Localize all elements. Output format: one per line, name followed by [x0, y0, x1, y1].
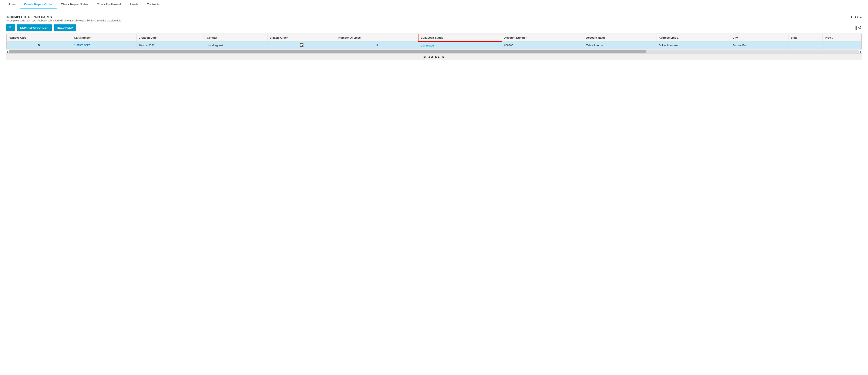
remove-cart-x-icon[interactable]: × — [9, 43, 69, 47]
refresh-icon[interactable]: ↺ — [858, 25, 862, 30]
table-row: × 1-2DK02K7Z 10-Nov-2023 portalreg test … — [7, 41, 861, 49]
col-header-number-of-lines: Number Of Lines — [336, 34, 418, 41]
cell-province — [823, 41, 861, 49]
scroll-track[interactable] — [9, 50, 859, 53]
col-header-billable-order: Billable Order — [267, 34, 336, 41]
cell-state — [788, 41, 823, 49]
next-page-button[interactable]: ▶▶ — [435, 55, 440, 59]
page-content: INCOMPLETE REPAIR CARTS Incomplete carts… — [2, 11, 866, 155]
section-title: INCOMPLETE REPAIR CARTS — [6, 15, 122, 19]
scroll-right-arrow[interactable]: ▶ — [860, 50, 862, 53]
cell-remove-cart[interactable]: × — [7, 41, 72, 49]
scroll-left-arrow[interactable]: ◀ — [6, 50, 8, 53]
cell-creation-date: 10-Nov-2023 — [136, 41, 205, 49]
cell-account-number: 6088861 — [502, 41, 584, 49]
cart-number-link[interactable]: 1-2DK02K7Z — [74, 44, 90, 47]
col-header-cart-number: Cart Number — [72, 34, 136, 41]
cell-bulk-load-status: Completed — [418, 41, 502, 49]
cell-contact: portalreg test — [205, 41, 268, 49]
cell-account-name: Zebra Internal — [584, 41, 656, 49]
toolbar: 🔍 NEW REPAIR ORDER NEED HELP ||| ↺ — [6, 24, 862, 31]
scroll-bar-container: ◀ ▶ — [6, 50, 862, 53]
last-page-button[interactable]: ▶⊣ — [442, 55, 447, 59]
first-page-button[interactable]: ⊢◀ — [421, 55, 426, 59]
tab-check-repair-status[interactable]: Check Repair Status — [57, 0, 92, 9]
tab-contracts[interactable]: Contracts — [143, 0, 164, 9]
pagination-nav: ⊢◀ ◀◀ ▶▶ ▶⊣ — [6, 53, 862, 60]
tab-create-repair-order[interactable]: Create Repair Order — [20, 0, 57, 9]
section-header: INCOMPLETE REPAIR CARTS Incomplete carts… — [6, 15, 862, 22]
search-icon: 🔍 — [9, 26, 12, 29]
repair-carts-table: Remove Cart Cart Number Creation Date Co… — [7, 34, 861, 49]
number-of-lines-link[interactable]: 4 — [376, 44, 378, 47]
scroll-thumb — [9, 50, 646, 53]
table-wrapper: Remove Cart Cart Number Creation Date Co… — [6, 34, 862, 49]
section-subtitle: Incomplete carts that have not been subm… — [6, 19, 122, 22]
tab-assets[interactable]: Assets — [125, 0, 143, 9]
section-title-block: INCOMPLETE REPAIR CARTS Incomplete carts… — [6, 15, 122, 22]
table-header-row: Remove Cart Cart Number Creation Date Co… — [7, 34, 861, 41]
col-header-province: Prov... — [823, 34, 861, 41]
search-button[interactable]: 🔍 — [6, 24, 15, 31]
col-header-contact: Contact — [205, 34, 268, 41]
columns-icon[interactable]: ||| — [854, 26, 857, 30]
col-header-bulk-load-status: Bulk Load Status — [418, 34, 502, 41]
col-header-address-line-1: Address Line 1 — [656, 34, 731, 41]
cell-cart-number: 1-2DK02K7Z — [72, 41, 136, 49]
col-header-creation-date: Creation Date — [136, 34, 205, 41]
toolbar-right: ||| ↺ — [854, 25, 862, 30]
prev-page-button[interactable]: ◀◀ — [428, 55, 433, 59]
need-help-button[interactable]: NEED HELP — [54, 25, 76, 31]
pagination-info: 1 - 1 of 1 — [851, 15, 862, 18]
cell-billable-order — [267, 41, 336, 49]
new-repair-order-button[interactable]: NEW REPAIR ORDER — [17, 25, 52, 31]
bulk-load-status-value[interactable]: Completed — [421, 44, 434, 47]
col-header-account-name: Account Name — [584, 34, 656, 41]
tab-check-entitlement[interactable]: Check Entitlement — [93, 0, 125, 9]
cell-address-line-1: Dukes Meadow — [656, 41, 731, 49]
cell-number-of-lines: 4 — [336, 41, 418, 49]
col-header-city: City — [731, 34, 788, 41]
cell-city: Bourne End — [731, 41, 788, 49]
billable-order-checkbox — [300, 43, 304, 47]
col-header-account-number: Account Number — [502, 34, 584, 41]
col-header-remove-cart: Remove Cart — [7, 34, 72, 41]
col-header-state: State — [788, 34, 823, 41]
nav-bar: Home Create Repair Order Check Repair St… — [0, 0, 868, 9]
tab-home[interactable]: Home — [3, 0, 20, 9]
